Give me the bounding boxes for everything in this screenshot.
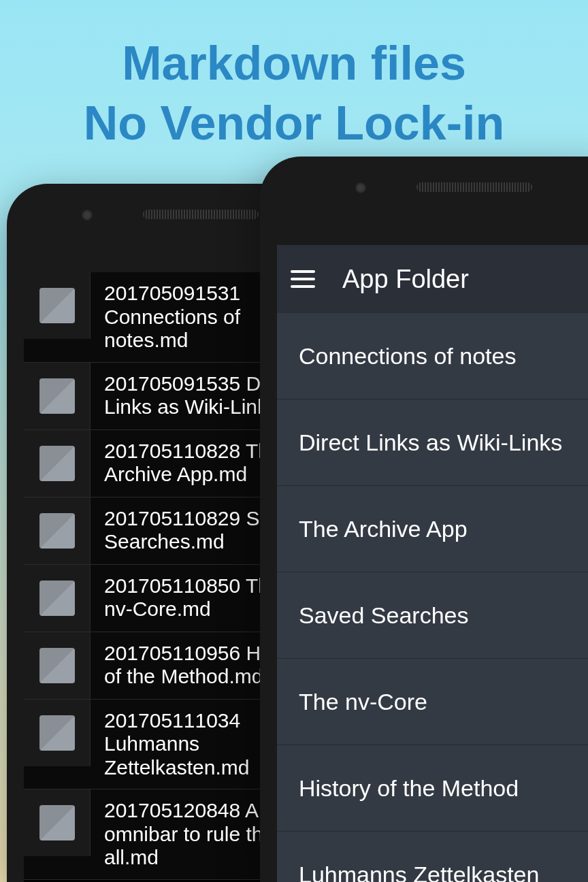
file-icon bbox=[39, 805, 75, 840]
note-title: Connections of notes bbox=[299, 343, 516, 370]
note-title: Saved Searches bbox=[299, 602, 469, 629]
file-icon bbox=[39, 581, 75, 616]
note-list-item[interactable]: Connections of notes bbox=[277, 313, 588, 399]
note-title: History of the Method bbox=[299, 775, 519, 802]
app-screen: App Folder Connections of notes Direct L… bbox=[277, 245, 588, 882]
phone-camera-icon bbox=[82, 210, 93, 220]
file-icon bbox=[39, 648, 75, 683]
note-title: The Archive App bbox=[299, 516, 468, 542]
app-header: App Folder bbox=[277, 245, 588, 313]
headline-line-1: Markdown files bbox=[0, 34, 588, 94]
note-title: The nv-Core bbox=[299, 689, 427, 715]
phone-speaker-icon bbox=[416, 182, 532, 192]
file-icon bbox=[39, 378, 75, 414]
promo-headline: Markdown files No Vendor Lock-in bbox=[0, 0, 588, 153]
note-title: Direct Links as Wiki-Links bbox=[299, 429, 562, 456]
phone-speaker-icon bbox=[143, 210, 259, 219]
note-title: Luhmanns Zettelkasten bbox=[299, 862, 539, 883]
file-icon bbox=[39, 446, 75, 481]
note-list-item[interactable]: Luhmanns Zettelkasten bbox=[277, 832, 588, 882]
file-icon bbox=[39, 715, 75, 751]
headline-line-2: No Vendor Lock-in bbox=[0, 94, 588, 154]
file-icon bbox=[39, 288, 75, 323]
phone-mockup-front: App Folder Connections of notes Direct L… bbox=[260, 157, 588, 882]
phone-camera-icon bbox=[355, 182, 366, 193]
note-list-item[interactable]: History of the Method bbox=[277, 745, 588, 832]
note-list-item[interactable]: The Archive App bbox=[277, 486, 588, 572]
hamburger-menu-icon[interactable] bbox=[291, 270, 315, 288]
note-list-item[interactable]: The nv-Core bbox=[277, 659, 588, 745]
app-title: App Folder bbox=[342, 265, 469, 294]
file-icon bbox=[39, 513, 75, 549]
note-list-item[interactable]: Direct Links as Wiki-Links bbox=[277, 399, 588, 486]
note-list-item[interactable]: Saved Searches bbox=[277, 572, 588, 659]
